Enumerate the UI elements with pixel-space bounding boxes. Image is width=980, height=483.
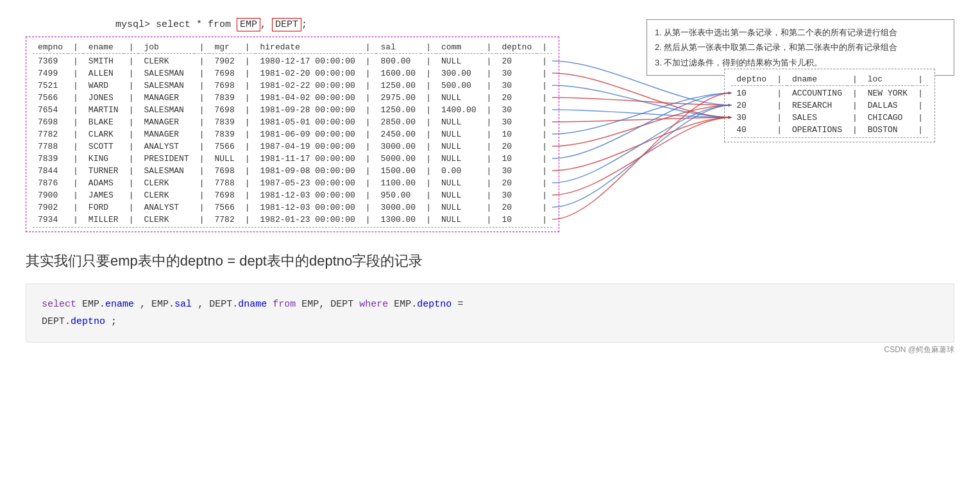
emp-dept-arrow <box>552 97 731 105</box>
emp-table-row: 7566|JONES|MANAGER|7839|1981-04-02 00:00… <box>33 92 552 104</box>
code-block: select EMP.ename , EMP.sal , DEPT.dname … <box>26 284 954 343</box>
emp-table-row: 7902|FORD|ANALYST|7566|1981-12-03 00:00:… <box>33 201 552 214</box>
emp-dept-arrow <box>552 93 731 158</box>
emp-dept-arrow <box>552 61 731 105</box>
dept-col-loc: loc <box>863 73 913 86</box>
emp-table-ref: EMP <box>237 18 260 31</box>
keyword-select: select <box>42 299 76 310</box>
dept-col-dname: dname <box>787 73 847 86</box>
dept-table-row: 20|RESEARCH|DALLAS| <box>731 99 928 112</box>
dept-col-deptno: deptno <box>731 73 772 86</box>
dept-table-row: 40|OPERATIONS|BOSTON| <box>731 124 928 136</box>
emp-table-row: 7788|SCOTT|ANALYST|7566|1987-04-19 00:00… <box>33 140 552 153</box>
emp-table-row: 7844|TURNER|SALESMAN|7698|1981-09-08 00:… <box>33 165 552 177</box>
emp-dept-arrow <box>552 117 731 171</box>
emp-dept-arrow <box>552 105 731 207</box>
emp-dept-arrow <box>552 105 731 183</box>
tables-area: empno | ename | job | mgr | hiredate | s… <box>26 37 954 232</box>
emp-table-row: 7698|BLAKE|MANAGER|7839|1981-05-01 00:00… <box>33 116 552 128</box>
code-line-2: DEPT.deptno ; <box>42 313 938 330</box>
dept-table-row: 10|ACCOUNTING|NEW YORK| <box>731 87 928 99</box>
emp-dept-arrow <box>552 117 731 195</box>
emp-table-wrapper: empno | ename | job | mgr | hiredate | s… <box>26 37 559 232</box>
watermark: CSDN @鳄鱼麻薯球 <box>884 344 954 355</box>
emp-table-row: 7499|ALLEN|SALESMAN|7698|1981-02-20 00:0… <box>33 67 552 80</box>
emp-dept-arrow <box>552 93 731 219</box>
emp-dept-arrow <box>552 93 731 134</box>
emp-col-hiredate: hiredate <box>255 41 360 54</box>
emp-col-mgr: mgr <box>209 41 239 54</box>
emp-dept-arrow <box>552 105 731 146</box>
dept-table: deptno | dname | loc | 10|ACCOUNTING|NEW… <box>731 73 928 136</box>
emp-table-row: 7369|SMITH|CLERK|7902|1980-12-17 00:00:0… <box>33 55 552 67</box>
emp-dept-arrow <box>552 117 731 122</box>
emp-table-row: 7654|MARTIN|SALESMAN|7698|1981-09-28 00:… <box>33 104 552 116</box>
emp-col-ename: ename <box>83 41 124 54</box>
emp-col-comm: comm <box>436 41 482 54</box>
emp-table-row: 7839|KING|PRESIDENT|NULL|1981-11-17 00:0… <box>33 153 552 165</box>
emp-table-row: 7876|ADAMS|CLERK|7788|1987-05-23 00:00:0… <box>33 177 552 189</box>
emp-table-row: 7934|MILLER|CLERK|7782|1982-01-23 00:00:… <box>33 214 552 226</box>
emp-table-row: 7521|WARD|SALESMAN|7698|1981-02-22 00:00… <box>33 80 552 92</box>
emp-col-job: job <box>139 41 194 54</box>
emp-dept-arrow <box>552 110 731 117</box>
emp-dept-arrow <box>552 73 731 117</box>
dept-table-row: 30|SALES|CHICAGO| <box>731 112 928 124</box>
bottom-description: 其实我们只要emp表中的deptno = dept表中的deptno字段的记录 <box>26 251 954 271</box>
emp-col-sal: sal <box>376 41 421 54</box>
emp-table-row: 7900|JAMES|CLERK|7698|1981-12-03 00:00:0… <box>33 189 552 201</box>
emp-col-empno: empno <box>33 41 68 54</box>
emp-table: empno | ename | job | mgr | hiredate | s… <box>33 41 552 226</box>
dept-table-wrapper: deptno | dname | loc | 10|ACCOUNTING|NEW… <box>724 69 935 142</box>
code-line-1: select EMP.ename , EMP.sal , DEPT.dname … <box>42 296 938 313</box>
emp-table-row: 7782|CLARK|MANAGER|7839|1981-06-09 00:00… <box>33 128 552 140</box>
dept-table-ref: DEPT <box>272 18 301 31</box>
emp-dept-arrow <box>552 85 731 117</box>
emp-col-deptno: deptno <box>496 41 537 54</box>
